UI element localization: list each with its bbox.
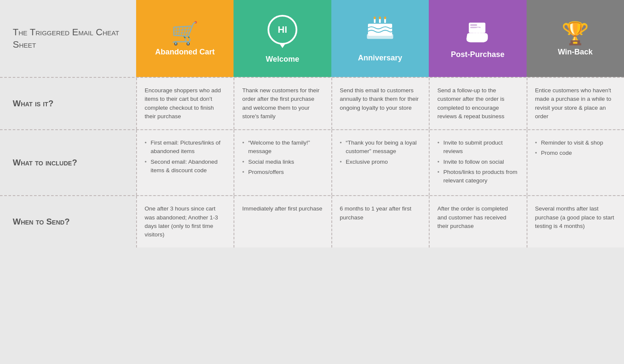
list-item: Photos/links to products from relevant c… <box>437 168 519 185</box>
list-item: “Thank you for being a loyal customer” m… <box>340 139 421 156</box>
header-label-abandoned: Abandoned Cart <box>155 48 215 57</box>
list-item: Social media links <box>242 158 323 166</box>
svg-point-5 <box>384 17 386 20</box>
row-label-text-what-to-include: What to include? <box>13 158 77 168</box>
cell-win-back-when: Several months after last purchase (a go… <box>527 196 624 247</box>
row-label-when-to-send: When to Send? <box>0 196 136 247</box>
cart-icon: 🛒 <box>171 22 199 44</box>
cell-win-back-what: Entice customers who haven't made a purc… <box>527 78 624 129</box>
anniversary-include-list: “Thank you for being a loyal customer” m… <box>340 139 421 166</box>
list-item: Reminder to visit & shop <box>535 139 616 147</box>
cell-win-back-what-text: Entice customers who haven't made a purc… <box>535 87 611 119</box>
svg-rect-9 <box>470 24 477 26</box>
row-label-text-when-to-send: When to Send? <box>13 217 70 227</box>
post-purchase-include-list: Invite to submit product reviews Invite … <box>437 139 519 185</box>
cell-anniversary-when-text: 6 months to 1 year after first purchase <box>340 205 411 220</box>
svg-point-3 <box>373 17 376 20</box>
cell-post-purchase-when: After the order is completed and custome… <box>429 196 526 247</box>
win-back-include-list: Reminder to visit & shop Promo code <box>535 139 616 158</box>
cell-welcome-include: “Welcome to the family!” message Social … <box>234 130 331 195</box>
cheat-sheet-title: The Triggered Email Cheat Sheet <box>13 26 123 51</box>
welcome-include-list: “Welcome to the family!” message Social … <box>242 139 323 176</box>
row-label-text-what-is-it: What is it? <box>13 99 54 108</box>
cell-post-purchase-include: Invite to submit product reviews Invite … <box>429 130 526 195</box>
cell-abandoned-include: First email: Pictures/links of abandoned… <box>136 130 234 195</box>
cell-anniversary-what: Send this email to customers annually to… <box>331 78 429 129</box>
list-item: First email: Pictures/links of abandoned… <box>145 139 226 156</box>
row-what-to-include: What to include? First email: Pictures/l… <box>0 129 624 195</box>
header-col-anniversary: Anniversary <box>331 0 429 77</box>
trophy-icon: 🏆 <box>561 22 589 44</box>
row-when-to-send: When to Send? One after 3 hours since ca… <box>0 195 624 247</box>
cheat-sheet: The Triggered Email Cheat Sheet 🛒 Abando… <box>0 0 624 247</box>
cell-welcome-what: Thank new customers for their order afte… <box>234 78 331 129</box>
row-label-what-is-it: What is it? <box>0 78 136 129</box>
list-item: Promo code <box>535 149 616 157</box>
header-col-post-purchase: Post-Purchase <box>429 0 526 77</box>
header-label-welcome: Welcome <box>266 55 299 64</box>
row-what-is-it: What is it? Encourage shoppers who add i… <box>0 77 624 129</box>
cell-win-back-when-text: Several months after last purchase (a go… <box>535 205 614 229</box>
abandoned-include-list: First email: Pictures/links of abandoned… <box>145 139 226 175</box>
cell-abandoned-what-text: Encourage shoppers who add items to thei… <box>145 87 221 119</box>
cell-abandoned-what: Encourage shoppers who add items to thei… <box>136 78 234 129</box>
cell-anniversary-what-text: Send this email to customers annually to… <box>340 87 419 111</box>
cell-welcome-when: Immediately after first purchase <box>234 196 331 247</box>
cell-post-purchase-when-text: After the order is completed and custome… <box>437 205 508 229</box>
list-item: Promos/offers <box>242 168 323 176</box>
header-title-cell: The Triggered Email Cheat Sheet <box>0 0 136 77</box>
list-item: Exclusive promo <box>340 158 421 166</box>
cake-icon <box>366 16 394 50</box>
cell-anniversary-when: 6 months to 1 year after first purchase <box>331 196 429 247</box>
cell-welcome-when-text: Immediately after first purchase <box>242 205 322 212</box>
row-label-what-to-include: What to include? <box>0 130 136 195</box>
hand-icon <box>464 19 491 47</box>
list-item: Second email: Abandoned items & discount… <box>145 158 226 175</box>
svg-rect-7 <box>367 34 393 39</box>
header-col-win-back: 🏆 Win-Back <box>527 0 624 77</box>
cell-abandoned-when-text: One after 3 hours since cart was abandon… <box>145 205 218 238</box>
header-label-win-back: Win-Back <box>558 48 593 57</box>
cell-post-purchase-what: Send a follow-up to the customer after t… <box>429 78 526 129</box>
list-item: Invite to submit product reviews <box>437 139 519 156</box>
header-col-welcome: HI Welcome <box>234 0 331 77</box>
hi-bubble-icon: HI <box>268 15 297 45</box>
cell-abandoned-when: One after 3 hours since cart was abandon… <box>136 196 234 247</box>
cell-anniversary-include: “Thank you for being a loyal customer” m… <box>331 130 429 195</box>
cell-post-purchase-what-text: Send a follow-up to the customer after t… <box>437 87 504 119</box>
svg-rect-6 <box>368 24 392 36</box>
header-label-anniversary: Anniversary <box>358 54 402 63</box>
header-label-post-purchase: Post-Purchase <box>451 50 504 59</box>
header-col-abandoned: 🛒 Abandoned Cart <box>136 0 234 77</box>
cell-welcome-what-text: Thank new customers for their order afte… <box>242 87 319 119</box>
cell-win-back-include: Reminder to visit & shop Promo code <box>527 130 624 195</box>
header-row: The Triggered Email Cheat Sheet 🛒 Abando… <box>0 0 624 77</box>
svg-point-4 <box>379 17 381 20</box>
list-item: “Welcome to the family!” message <box>242 139 323 156</box>
list-item: Invite to follow on social <box>437 158 519 166</box>
